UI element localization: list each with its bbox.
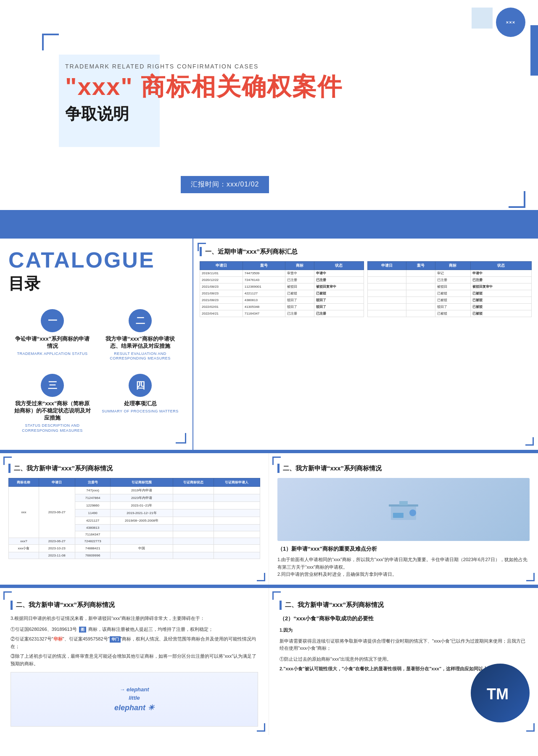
- s2bl-item-0: ①引证国6280266、39189613号 图 商标，该商标注册被他人提起三，均…: [11, 626, 258, 633]
- badge-huamen: 华门: [110, 636, 121, 642]
- s2bl-items: ①引证国6280266、39189613号 图 商标，该商标注册被他人提起三，均…: [11, 626, 258, 668]
- th-cite-status: 引证商标状态: [173, 478, 214, 487]
- necessity-subtitle: （2）“xxx小食”商标争取成功的必要性: [280, 615, 527, 622]
- cover-zh-subtitle: 争取说明: [65, 103, 343, 125]
- cover-corner-tl: [42, 34, 59, 50]
- cover-circle-badge: ×××: [496, 8, 525, 37]
- necessity-content: （2）“xxx小食”商标争取成功的必要性 1.因为 新申请需要获得且连续引证联将…: [280, 615, 527, 673]
- table-row: 2023-11-08 76609996: [9, 552, 260, 559]
- corner-br-s2bl: [257, 723, 265, 732]
- section2b-panel: 二、我方新申请“xxx”系列商标情况 3.根据同日申请的初步引证情况来看，新申请…: [0, 588, 538, 735]
- section1-title: 一、近期申请“xxx”系列商标汇总: [205, 248, 298, 256]
- table-row: xxx 2023-06-27 747(xxx) 2019年内申请: [9, 487, 260, 494]
- catalogue-title-en: CATALOGUE: [8, 249, 184, 271]
- table-right: 申请日 案号 商标 状态 审记 申请中: [367, 261, 532, 317]
- cover-text-block: TRADEMARK RELATED RIGHTS CONFIRMATION CA…: [65, 63, 343, 125]
- section1-tables: 申请日 案号 商标 状态 2019/11/01 74473509 审查中 申请中: [200, 261, 532, 317]
- cover-title-suffix: " 商标相关确权案件: [121, 73, 343, 100]
- table-row: 已被驳 已被驳: [368, 310, 532, 317]
- svg-rect-4: [393, 513, 404, 518]
- desk-image: [277, 478, 530, 541]
- catalogue-item-3: 三 我方受过来“xxx”商标（简称原始商标）的不稳定状态说明及对应措施 STAT…: [8, 368, 96, 439]
- table-row: 审记 申请中: [368, 270, 532, 277]
- badge-trademark: 图: [79, 627, 86, 633]
- svg-point-3: [409, 509, 416, 516]
- corner-tl-s2br: [272, 591, 281, 600]
- cat-en-2: RESULT EVALUATION AND CORRESPONDING MEAS…: [100, 352, 180, 361]
- table-row: 已被驳 已被驳: [368, 290, 532, 297]
- section1-panel: 一、近期申请“xxx”系列商标汇总 申请日 案号 商标 状态: [193, 239, 538, 450]
- cover-brand: xxx: [78, 73, 121, 100]
- s2bl-bar: [11, 601, 13, 610]
- table-left: 申请日 案号 商标 状态 2019/11/01 74473509 审查中 申请中: [200, 261, 364, 317]
- cover-deco-rect: [472, 8, 493, 29]
- s2bl-item-1: ②引证案6231327号"华标"、引证案45957582号"华门"商标，权利人情…: [11, 635, 258, 650]
- th-num: 案号: [243, 262, 285, 270]
- table-row: 2019/11/01 74473509 审查中 申请中: [200, 270, 364, 277]
- s2bl-intro: 3.根据同日申请的初步引证情况来看，新申请驳回“xxx”商标注册的障碍非常大，主…: [11, 615, 258, 622]
- status-table-left: 申请日 案号 商标 状态 2019/11/01 74473509 审查中 申请中: [200, 261, 364, 317]
- elephant-image: → elephant little elephant ☀: [11, 672, 258, 727]
- th-cite-range: 引证商标范围: [111, 478, 173, 487]
- cat-title-4: 处理事项汇总: [124, 400, 157, 407]
- th-status: 状态: [314, 262, 364, 270]
- section2b-left-panel: 二、我方新申请“xxx”系列商标情况 3.根据同日申请的初步引证情况来看，新申请…: [0, 588, 269, 735]
- th-name2: 商标: [435, 262, 470, 270]
- divider-bar-1: [0, 235, 538, 239]
- corner-br-cat: [176, 433, 186, 444]
- table-row: 驳回了 已被驳: [368, 304, 532, 310]
- analysis-points: 1.由于前面有人申请相同的“xxx”商标，所以我方“xxx”的申请日期尤为重要。…: [277, 556, 530, 578]
- necessity-p1: 1.因为: [280, 627, 527, 634]
- section2-left-header: 二、我方新申请“xxx”系列商标情况: [8, 464, 260, 473]
- analysis-content: （1）新申请“xxx”商标的重要及难点分析 1.由于前面有人申请相同的“xxx”…: [277, 545, 530, 578]
- analysis-point-2: 2.同日申请的营业材料及时进业，且确保我方拿到申请日。: [277, 571, 530, 578]
- elephant-text-3: elephant ☀: [114, 703, 154, 712]
- table-row: 被驳回 被驳回复审中: [368, 284, 532, 290]
- cover-title-prefix: ": [65, 73, 78, 100]
- section2b-right-panel: 二、我方新申请“xxx”系列商标情况 （2）“xxx小食”商标争取成功的必要性 …: [269, 588, 538, 735]
- section2-right-panel: 二、我方新申请“xxx”系列商标情况 （1）新申请“xxx”商标的重要及难点分析…: [269, 453, 538, 585]
- s2br-bar: [280, 601, 282, 610]
- s2bl-body: 3.根据同日申请的初步引证情况来看，新申请驳回“xxx”商标注册的障碍非常大，主…: [11, 615, 258, 668]
- s2r-bar: [277, 464, 280, 473]
- section1-header: 一、近期申请“xxx”系列商标汇总: [200, 247, 532, 256]
- table-row: 已注册 已注册: [368, 277, 532, 284]
- cat-title-3: 我方受过来“xxx”商标（简称原始商标）的不稳定状态说明及对应措施: [13, 400, 92, 422]
- catalogue-panel: CATALOGUE 目录 一 争讼申请“xxx”系列商标的申请情况 TRADEM…: [0, 239, 193, 450]
- analysis-title: （1）新申请“xxx”商标的重要及难点分析: [277, 545, 530, 553]
- table-row: 2021/08/23 4380813 驳回了 驳回了: [200, 297, 364, 304]
- table-row: 2022/04/21 71164347 已注册 已注册: [200, 310, 364, 317]
- th-apply-date: 申请日: [39, 478, 75, 487]
- corner-tl-s1: [198, 243, 206, 251]
- cat-title-2: 我方申请“xxx”商标的申请状态、结果评估及对应措施: [100, 336, 180, 350]
- th-status2: 状态: [470, 262, 531, 270]
- divider-bar-3: [0, 585, 538, 588]
- section2-panel: 二、我方新申请“xxx”系列商标情况 商标名称 申请日 注册号 引证商标范围 引…: [0, 453, 538, 585]
- corner-tl-s2r: [272, 457, 281, 465]
- cat-title-1: 争讼申请“xxx”系列商标的申请情况: [13, 336, 92, 350]
- catalogue-section: CATALOGUE 目录 一 争讼申请“xxx”系列商标的申请情况 TRADEM…: [0, 239, 538, 450]
- corner-br-s2r: [526, 573, 535, 581]
- table-row: 2020/12/22 72476143 已注册 已注册: [200, 277, 364, 284]
- table-row: 2022/02/01 41305348 驳回了 驳回了: [200, 304, 364, 310]
- cat-en-1: TRADEMARK APPLICATION STATUS: [17, 352, 87, 357]
- necessity-p3: ①防止让过去的原始商标"xxx"出现意外的情况下使用。: [280, 656, 527, 663]
- cat-circle-3: 三: [41, 374, 64, 397]
- s2l-title: 二、我方新申请“xxx”系列商标情况: [14, 465, 113, 472]
- cat-circle-1: 一: [41, 309, 64, 332]
- table-row: xxx小食 2023-10-23 74888421 中国: [9, 545, 260, 552]
- svg-text:TM: TM: [487, 685, 509, 703]
- th-cite-person: 引证商标申请人: [214, 478, 260, 487]
- table-row: xxx? 2023-06-27 724822773: [9, 538, 260, 545]
- catalogue-items-list: 一 争讼申请“xxx”系列商标的申请情况 TRADEMARK APPLICATI…: [8, 303, 184, 439]
- th-reg-num: 注册号: [75, 478, 111, 487]
- cover-en-subtitle: TRADEMARK RELATED RIGHTS CONFIRMATION CA…: [65, 63, 343, 70]
- cover-zh-title: "xxx" 商标相关确权案件: [65, 73, 343, 100]
- s2br-title: 二、我方新申请“xxx”系列商标情况: [285, 601, 384, 609]
- corner-tl-s2l: [3, 457, 12, 465]
- divider-bar-2: [0, 450, 538, 453]
- s2bl-item-2: ③除了上述初步引证的情况，最终审查意见可能还会增加其他引证商标，如将一部分区分出…: [11, 653, 258, 667]
- th-date: 申请日: [200, 262, 243, 270]
- cover-corner-br: [509, 191, 525, 208]
- cover-bottom-bar: [0, 210, 538, 235]
